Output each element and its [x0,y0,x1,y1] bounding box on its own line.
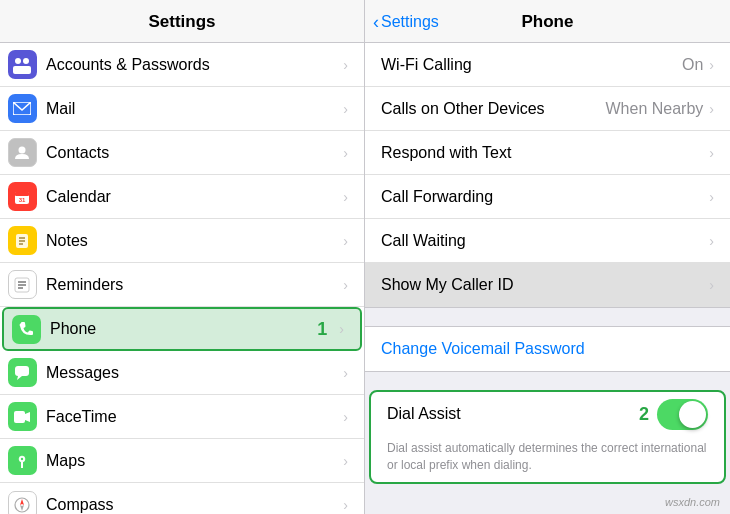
respond-text-chevron-icon: › [709,145,714,161]
calendar-label: Calendar [46,188,339,206]
svg-text:31: 31 [19,197,26,203]
calendar-icon: 31 [0,175,44,219]
wifi-calling-label: Wi-Fi Calling [381,56,682,74]
facetime-icon [0,395,44,439]
phone-chevron-icon: › [339,321,344,337]
accounts-chevron-icon: › [343,57,348,73]
wifi-calling-value: On [682,56,703,74]
right-title: Phone [522,12,574,32]
phone-label: Phone [50,320,317,338]
toggle-knob [679,401,706,428]
svg-marker-24 [20,499,24,505]
voicemail-item[interactable]: Change Voicemail Password [365,327,730,371]
right-item-call-forwarding[interactable]: Call Forwarding› [365,175,730,219]
back-chevron-icon: ‹ [373,12,379,33]
compass-label: Compass [46,496,339,514]
right-item-wifi-calling[interactable]: Wi-Fi CallingOn› [365,43,730,87]
mail-chevron-icon: › [343,101,348,117]
calls-other-devices-label: Calls on Other Devices [381,100,606,118]
sidebar-item-accounts[interactable]: Accounts & Passwords› [0,43,364,87]
dial-assist-row: Dial Assist 2 [371,392,724,436]
right-item-call-waiting[interactable]: Call Waiting› [365,219,730,263]
right-item-respond-text[interactable]: Respond with Text› [365,131,730,175]
maps-chevron-icon: › [343,453,348,469]
voicemail-label: Change Voicemail Password [381,340,585,358]
respond-text-label: Respond with Text [381,144,709,162]
svg-rect-2 [13,66,31,74]
settings-list: Accounts & Passwords›Mail›Contacts›31Cal… [0,43,364,514]
sidebar-item-maps[interactable]: Maps› [0,439,364,483]
compass-chevron-icon: › [343,497,348,513]
messages-icon [0,351,44,395]
compass-icon [0,483,44,514]
svg-rect-1 [23,58,29,64]
show-caller-id-chevron-icon: › [709,277,714,293]
maps-icon [0,439,44,483]
notes-icon [0,219,44,263]
sidebar-item-facetime[interactable]: FaceTime› [0,395,364,439]
mail-icon [0,87,44,131]
notes-label: Notes [46,232,339,250]
left-panel: Settings Accounts & Passwords›Mail›Conta… [0,0,365,514]
right-item-show-caller-id[interactable]: Show My Caller ID› [365,263,730,307]
reminders-icon [0,263,44,307]
sidebar-item-notes[interactable]: Notes› [0,219,364,263]
svg-rect-20 [14,411,25,423]
right-items-list: Wi-Fi CallingOn›Calls on Other DevicesWh… [365,43,730,308]
calls-other-devices-chevron-icon: › [709,101,714,117]
sidebar-item-contacts[interactable]: Contacts› [0,131,364,175]
svg-rect-19 [15,366,29,376]
watermark: wsxdn.com [665,496,720,508]
svg-marker-25 [20,505,24,511]
svg-point-22 [21,457,23,459]
right-item-calls-other-devices[interactable]: Calls on Other DevicesWhen Nearby› [365,87,730,131]
accounts-icon [0,43,44,87]
sidebar-item-phone[interactable]: Phone1› [2,307,362,351]
sidebar-item-mail[interactable]: Mail› [0,87,364,131]
phone-badge: 1 [317,319,327,340]
sidebar-item-calendar[interactable]: 31Calendar› [0,175,364,219]
sidebar-item-reminders[interactable]: Reminders› [0,263,364,307]
phone-icon [4,307,48,351]
contacts-label: Contacts [46,144,339,162]
calendar-chevron-icon: › [343,189,348,205]
sidebar-item-messages[interactable]: Messages› [0,351,364,395]
section-gap-1 [365,308,730,326]
sidebar-item-compass[interactable]: Compass› [0,483,364,514]
call-waiting-chevron-icon: › [709,233,714,249]
right-header: ‹ Settings Phone [365,0,730,43]
call-forwarding-chevron-icon: › [709,189,714,205]
messages-label: Messages [46,364,339,382]
facetime-label: FaceTime [46,408,339,426]
call-forwarding-label: Call Forwarding [381,188,709,206]
facetime-chevron-icon: › [343,409,348,425]
wifi-calling-chevron-icon: › [709,57,714,73]
dial-assist-section: Dial Assist 2 Dial assist automatically … [369,390,726,484]
calls-other-devices-value: When Nearby [606,100,704,118]
maps-label: Maps [46,452,339,470]
reminders-label: Reminders [46,276,339,294]
back-button[interactable]: ‹ Settings [373,12,439,33]
svg-point-5 [19,146,26,153]
mail-label: Mail [46,100,339,118]
contacts-chevron-icon: › [343,145,348,161]
right-panel: ‹ Settings Phone Wi-Fi CallingOn›Calls o… [365,0,730,514]
contacts-icon [0,131,44,175]
back-label: Settings [381,13,439,31]
call-waiting-label: Call Waiting [381,232,709,250]
svg-rect-0 [15,58,21,64]
notes-chevron-icon: › [343,233,348,249]
reminders-chevron-icon: › [343,277,348,293]
left-header: Settings [0,0,364,43]
dial-assist-description: Dial assist automatically determines the… [371,436,724,482]
messages-chevron-icon: › [343,365,348,381]
dial-assist-label: Dial Assist [387,405,639,423]
left-title: Settings [148,12,215,31]
show-caller-id-label: Show My Caller ID [381,276,709,294]
voicemail-section: Change Voicemail Password [365,326,730,372]
dial-assist-toggle[interactable] [657,399,708,430]
accounts-label: Accounts & Passwords [46,56,339,74]
dial-assist-badge: 2 [639,404,649,425]
svg-rect-7 [15,192,29,196]
